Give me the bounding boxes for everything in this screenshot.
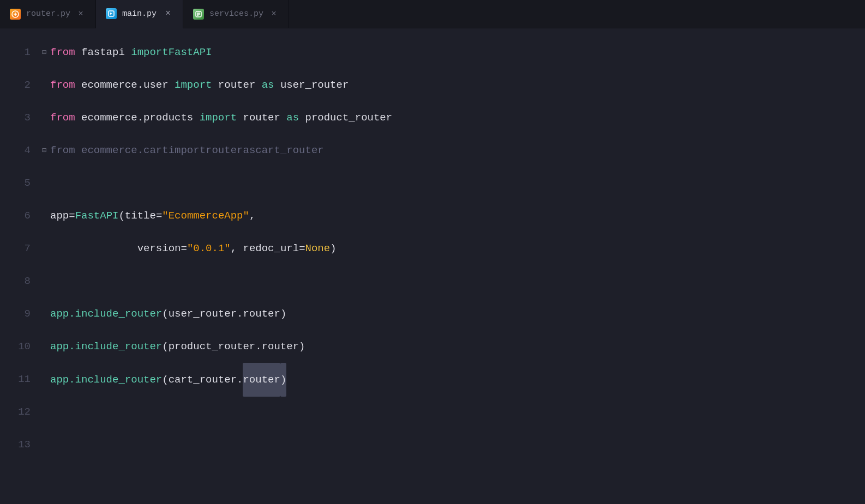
router-word-11: router [243,374,280,386]
fold-placeholder-11 [39,363,50,396]
line-num-5: 5 [25,167,31,199]
fold-placeholder-5 [39,167,50,199]
line-numbers: 1 2 3 4 5 6 7 8 9 10 11 12 13 [0,28,39,504]
app-var-6: app [50,199,69,232]
tab-router-py-close[interactable]: × [76,9,86,19]
kw-from-3: from [50,101,75,134]
code-line-10: app.include_router ( product_router.rout… [39,330,865,363]
tab-services-py-label: services.py [209,9,263,19]
fold-placeholder-2 [39,69,50,101]
kw-from-2: from [50,69,75,101]
version-param-7: version [137,232,181,265]
code-line-4: ⊟ from ecommerce.cart import router as c… [39,134,865,167]
assign-6: = [69,199,75,232]
line-num-11: 11 [18,363,31,396]
paren-close-10: ) [299,330,305,363]
code-line-9: app.include_router ( user_router.router … [39,297,865,330]
paren-close-11: ) [280,363,286,397]
editor-container: router.py × main.py × services.py × 1 2 … [0,0,865,504]
fold-placeholder-3 [39,101,50,134]
line-num-7: 7 [25,232,31,265]
version-value-7: "0.0.1" [187,232,231,265]
code-line-11: app.include_router ( cart_router.router … [39,363,865,397]
line-num-2: 2 [25,69,31,101]
paren-open-10: ( [162,330,168,363]
code-area: 1 2 3 4 5 6 7 8 9 10 11 12 13 ⊟ from fas… [0,28,865,504]
fold-icon-1[interactable]: ⊟ [39,47,49,57]
code-content[interactable]: ⊟ from fastapi import FastAPI from ecomm… [39,28,865,504]
fold-placeholder-13 [39,429,50,462]
include-router-9: app.include_router [50,297,162,330]
product-router-router-10: product_router.router [169,330,299,363]
paren-close-9: ) [280,297,286,330]
eq-7: = [181,232,187,265]
paren-open-6: ( [118,199,124,232]
line-num-10: 10 [18,330,31,363]
tab-router-py[interactable]: router.py × [0,0,96,28]
paren-close-7: ) [330,232,336,265]
user-router-router-9: user_router.router [169,297,280,330]
title-value-6: "EcommerceApp" [162,199,249,232]
line-num-3: 3 [25,101,31,134]
fold-placeholder-9 [39,297,50,330]
fold-placeholder-10 [39,330,50,363]
code-line-5 [39,167,865,199]
fastapi-call-6: FastAPI [75,199,119,232]
services-py-icon [193,9,204,20]
main-py-icon [106,8,117,19]
kw-import-3: import [200,101,237,134]
kw-as-2: as [262,69,274,101]
router-3: router [237,101,286,134]
code-line-7: version = "0.0.1" , redoc_url = None ) [39,232,865,265]
user-router-2: user_router [274,69,349,101]
kw-from-4-dim: from ecommerce.cart [50,134,169,167]
code-line-8 [39,265,865,297]
fold-placeholder-7 [39,232,50,265]
kw-as-4-dim: as [243,134,255,167]
kw-import-4-dim: import [169,134,206,167]
cart-router-4-dim: cart_router [255,134,323,167]
router-py-icon [10,9,21,20]
line-num-4: 4 [25,134,31,167]
tab-services-py-close[interactable]: × [269,9,279,19]
line-num-13: 13 [18,428,31,461]
class-fastapi: FastAPI [169,36,212,69]
tab-services-py[interactable]: services.py × [183,0,289,28]
module-fastapi: fastapi [75,36,131,69]
fold-placeholder-12 [39,397,50,429]
include-router-10: app.include_router [50,330,162,363]
tab-main-py[interactable]: main.py × [96,0,183,28]
kw-import-1: import [131,36,168,69]
code-line-12 [39,397,865,429]
product-router-3: product_router [299,101,392,134]
router-4-dim: router [206,134,243,167]
code-line-1: ⊟ from fastapi import FastAPI [39,36,865,69]
tab-router-py-label: router.py [26,9,70,19]
kw-import-2: import [175,69,212,101]
line-num-6: 6 [25,199,31,232]
code-line-13 [39,429,865,462]
module-ecommerce-products: ecommerce.products [75,101,200,134]
comma-6: , [249,199,255,232]
router-2: router [212,69,261,101]
code-line-3: from ecommerce.products import router as… [39,101,865,134]
tab-main-py-close[interactable]: × [163,9,173,19]
line-num-12: 12 [18,396,31,428]
title-param-6: title [125,199,156,232]
eq-6: = [156,199,162,232]
tab-bar: router.py × main.py × services.py × [0,0,865,28]
router-highlight-11: router [243,363,280,397]
none-value-7: None [305,232,331,265]
module-ecommerce-user: ecommerce.user [75,69,175,101]
code-line-2: from ecommerce.user import router as use… [39,69,865,101]
fold-icon-4[interactable]: ⊟ [39,145,49,155]
line-num-8: 8 [25,265,31,297]
fold-placeholder-8 [39,265,50,297]
tab-main-py-label: main.py [122,9,157,19]
comma-7: , [231,232,243,265]
cart-router-11: cart_router. [169,363,243,396]
line-num-1: 1 [25,36,31,69]
paren-open-11: ( [162,363,168,396]
spaces-7 [50,232,137,265]
include-router-11: app.include_router [50,363,162,396]
